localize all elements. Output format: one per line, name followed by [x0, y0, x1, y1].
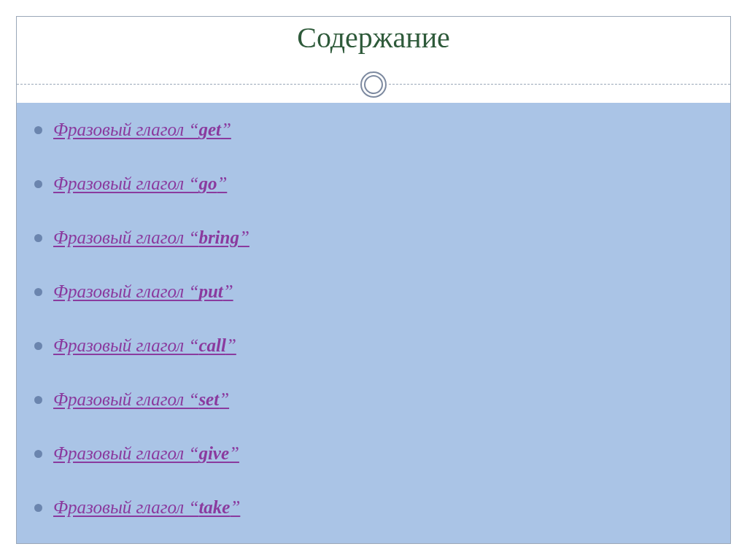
slide: Содержание Фразовый глагол “get” Фразовы…: [0, 0, 747, 560]
link-suffix: ”: [239, 228, 249, 247]
list-item: Фразовый глагол “get”: [31, 119, 716, 141]
link-suffix: ”: [219, 389, 229, 409]
toc-link-get[interactable]: Фразовый глагол “get”: [53, 120, 231, 139]
slide-title: Содержание: [0, 20, 747, 55]
link-suffix: ”: [226, 335, 236, 355]
link-suffix: ”: [217, 174, 227, 193]
toc-link-take[interactable]: Фразовый глагол “take”: [53, 497, 240, 517]
link-word: put: [198, 281, 222, 301]
link-word: bring: [198, 228, 239, 247]
link-word: go: [198, 174, 217, 193]
link-prefix: Фразовый глагол “: [53, 389, 198, 409]
list-item: Фразовый глагол “put”: [31, 281, 716, 303]
toc-link-set[interactable]: Фразовый глагол “set”: [53, 389, 229, 409]
link-word: set: [198, 389, 219, 409]
link-suffix: ”: [221, 120, 231, 139]
list-item: Фразовый глагол “go”: [31, 173, 716, 195]
ring-ornament-icon: [359, 70, 388, 99]
link-prefix: Фразовый глагол “: [53, 120, 198, 139]
toc-link-give[interactable]: Фразовый глагол “give”: [53, 443, 239, 463]
link-prefix: Фразовый глагол “: [53, 281, 198, 301]
link-suffix: ”: [230, 497, 240, 517]
list-item: Фразовый глагол “bring”: [31, 227, 716, 249]
link-suffix: ”: [229, 443, 239, 463]
link-prefix: Фразовый глагол “: [53, 497, 198, 517]
toc-link-bring[interactable]: Фразовый глагол “bring”: [53, 228, 249, 247]
link-word: call: [198, 335, 226, 355]
list-item: Фразовый глагол “call”: [31, 335, 716, 357]
link-prefix: Фразовый глагол “: [53, 443, 198, 463]
toc-list: Фразовый глагол “get” Фразовый глагол “g…: [31, 119, 716, 518]
link-suffix: ”: [223, 281, 233, 301]
list-item: Фразовый глагол “give”: [31, 443, 716, 464]
list-item: Фразовый глагол “set”: [31, 389, 716, 411]
toc-link-go[interactable]: Фразовый глагол “go”: [53, 174, 227, 193]
list-item: Фразовый глагол “take”: [31, 497, 716, 518]
content-box: Фразовый глагол “get” Фразовый глагол “g…: [17, 103, 730, 543]
link-word: take: [198, 497, 230, 517]
link-prefix: Фразовый глагол “: [53, 174, 198, 193]
toc-link-put[interactable]: Фразовый глагол “put”: [53, 281, 233, 301]
toc-link-call[interactable]: Фразовый глагол “call”: [53, 335, 236, 355]
link-word: get: [198, 120, 221, 139]
link-prefix: Фразовый глагол “: [53, 335, 198, 355]
link-prefix: Фразовый глагол “: [53, 228, 198, 247]
link-word: give: [198, 443, 229, 463]
